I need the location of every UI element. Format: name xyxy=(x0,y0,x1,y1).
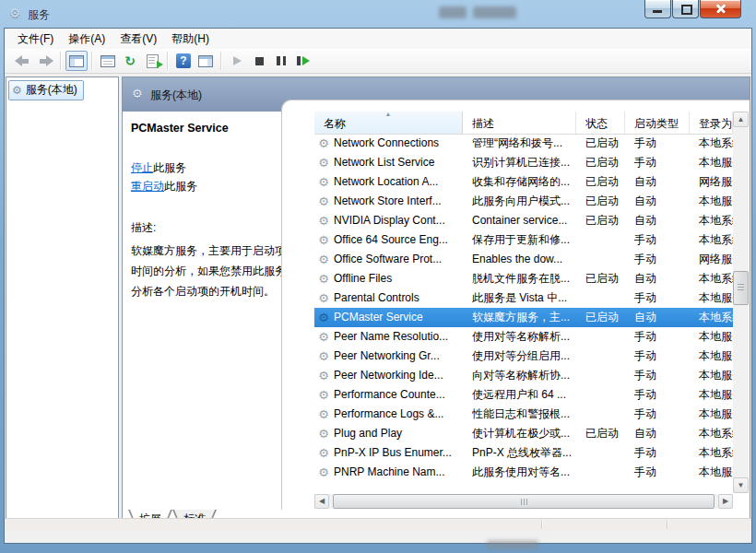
cell-service-name: ⚙Peer Name Resolutio... xyxy=(314,327,463,347)
properties-button[interactable] xyxy=(97,51,119,71)
scroll-down-button[interactable]: ▼ xyxy=(733,477,749,493)
cell-logon-as: 本地系统 xyxy=(690,443,733,463)
close-button[interactable] xyxy=(700,0,741,18)
properties-icon xyxy=(100,55,115,67)
pane-header-title: 服务(本地) xyxy=(150,88,202,103)
table-row[interactable]: ⚙Plug and Play 使计算机在极少或... 已启动 自动 本地系统 xyxy=(314,424,733,443)
pause-service-button[interactable] xyxy=(270,51,292,71)
table-row[interactable]: ⚙PCMaster Service 软媒魔方服务，主... 已启动 自动 本地系… xyxy=(314,308,733,327)
cell-status: 已启动 xyxy=(576,134,625,153)
stop-service-button[interactable] xyxy=(248,51,270,71)
cell-service-name: ⚙Office 64 Source Eng... xyxy=(314,230,463,250)
vertical-scroll-thumb[interactable] xyxy=(733,271,749,305)
show-console-tree-button[interactable] xyxy=(65,51,88,71)
cell-description: 使用对等分组启用... xyxy=(463,347,576,366)
services-app-icon: ⚙ xyxy=(9,6,21,19)
column-header-name[interactable]: ▲ 名称 xyxy=(314,112,463,134)
cell-startup-type: 手动 xyxy=(625,366,690,385)
cell-service-name: ⚙PNRP Machine Nam... xyxy=(314,463,463,482)
titlebar[interactable]: ⚙ 服务 xyxy=(0,0,756,28)
scroll-left-button[interactable]: ◀ xyxy=(314,494,329,509)
scroll-up-button[interactable]: ▲ xyxy=(733,112,749,127)
menu-action[interactable]: 操作(A) xyxy=(61,29,112,50)
censored-watermark xyxy=(473,6,516,18)
tree-item-services-local[interactable]: ⚙ 服务(本地) xyxy=(8,80,84,100)
table-row[interactable]: ⚙Network Location A... 收集和存储网络的... 已启动 自… xyxy=(314,172,733,192)
service-gear-icon: ⚙ xyxy=(316,308,331,327)
help-icon: ? xyxy=(176,53,191,68)
stop-service-link[interactable]: 停止 xyxy=(131,161,153,174)
cell-description: 使用对等名称解析... xyxy=(463,327,576,347)
service-gear-icon: ⚙ xyxy=(316,288,331,308)
cell-logon-as: 本地系统 xyxy=(690,424,733,443)
service-gear-icon: ⚙ xyxy=(316,172,331,192)
table-row[interactable]: ⚙Performance Logs &... 性能日志和警报根... 手动 本地… xyxy=(314,405,733,424)
refresh-button[interactable]: ↻ xyxy=(119,51,141,71)
menu-view[interactable]: 查看(V) xyxy=(112,29,164,50)
menu-file[interactable]: 文件(F) xyxy=(10,29,61,50)
table-row[interactable]: ⚙Network List Service 识别计算机已连接... 已启动 手动… xyxy=(314,153,733,172)
cell-status xyxy=(576,288,625,308)
table-row[interactable]: ⚙Network Store Interf... 此服务向用户模式... 已启动… xyxy=(314,192,733,211)
menu-help[interactable]: 帮助(H) xyxy=(164,29,217,50)
main-area: ⚙ 服务(本地) ⚙ 服务(本地) PCMaster Service 停止此服务 xyxy=(5,74,751,531)
maximize-button[interactable] xyxy=(672,0,699,18)
column-header-description[interactable]: 描述 xyxy=(463,112,576,134)
table-row[interactable]: ⚙PNRP Machine Nam... 此服务使用对等名... 手动 本地服务 xyxy=(314,463,733,482)
show-action-pane-button[interactable] xyxy=(195,51,217,71)
cell-startup-type: 手动 xyxy=(625,250,690,269)
cell-status: 已启动 xyxy=(576,269,625,288)
cell-status: 已启动 xyxy=(576,308,625,327)
console-tree-panel: ⚙ 服务(本地) xyxy=(6,76,119,531)
cell-startup-type: 自动 xyxy=(625,172,690,192)
cell-startup-type: 手动 xyxy=(625,443,690,463)
cell-service-name: ⚙Network Connections xyxy=(314,134,463,153)
table-row[interactable]: ⚙Performance Counte... 使远程用户和 64 ... 手动 … xyxy=(314,385,733,405)
export-list-button[interactable] xyxy=(141,51,163,71)
table-row[interactable]: ⚙Peer Networking Gr... 使用对等分组启用... 手动 本地… xyxy=(314,347,733,366)
table-row[interactable]: ⚙Offline Files 脱机文件服务在脱... 已启动 自动 本地系统 xyxy=(314,269,733,288)
cell-startup-type: 手动 xyxy=(625,347,690,366)
table-row[interactable]: ⚙PnP-X IP Bus Enumer... PnP-X 总线枚举器... 手… xyxy=(314,443,733,463)
column-header-logon-as[interactable]: 登录为 xyxy=(690,112,733,134)
service-gear-icon: ⚙ xyxy=(316,443,331,463)
table-row[interactable]: ⚙Parental Controls 此服务是 Vista 中... 手动 本地… xyxy=(314,288,733,308)
back-button[interactable] xyxy=(12,51,34,71)
cell-startup-type: 手动 xyxy=(625,327,690,347)
column-header-status[interactable]: 状态 xyxy=(576,112,625,134)
cell-status xyxy=(576,463,625,482)
table-row[interactable]: ⚙Office Software Prot... Enables the dow… xyxy=(314,250,733,269)
start-service-button[interactable] xyxy=(226,51,248,71)
cell-description: 此服务向用户模式... xyxy=(463,192,576,211)
service-gear-icon: ⚙ xyxy=(316,269,331,288)
cell-startup-type: 手动 xyxy=(625,230,690,250)
table-row[interactable]: ⚙Office 64 Source Eng... 保存用于更新和修... 手动 … xyxy=(314,230,733,250)
table-row[interactable]: ⚙Peer Name Resolutio... 使用对等名称解析... 手动 本… xyxy=(314,327,733,347)
horizontal-scroll-thumb[interactable] xyxy=(333,494,715,509)
service-gear-icon: ⚙ xyxy=(316,327,331,347)
table-row[interactable]: ⚙Peer Networking Ide... 向对等名称解析协... 手动 本… xyxy=(314,366,733,385)
cell-service-name: ⚙Parental Controls xyxy=(314,288,463,308)
minimize-button[interactable] xyxy=(644,0,671,18)
restart-service-link[interactable]: 重启动 xyxy=(131,180,164,193)
cell-status xyxy=(576,366,625,385)
maximize-icon xyxy=(681,5,692,15)
cell-description: 收集和存储网络的... xyxy=(463,172,576,192)
toolbar-separator xyxy=(91,52,93,70)
scroll-right-button[interactable]: ▶ xyxy=(718,494,733,509)
table-row[interactable]: ⚙NVIDIA Display Cont... Container servic… xyxy=(314,211,733,230)
service-gear-icon: ⚙ xyxy=(316,230,331,250)
help-button[interactable]: ? xyxy=(172,51,195,71)
horizontal-scrollbar[interactable]: ◀ ▶ xyxy=(314,494,733,509)
cell-service-name: ⚙Network List Service xyxy=(314,153,463,172)
forward-button[interactable] xyxy=(34,51,56,71)
vertical-scrollbar[interactable]: ▲ ▼ xyxy=(733,112,749,493)
cell-service-name: ⚙NVIDIA Display Cont... xyxy=(314,211,463,230)
cell-logon-as: 网络服务 xyxy=(690,250,733,269)
cell-status xyxy=(576,230,625,250)
table-row[interactable]: ⚙Network Connections 管理“网络和拨号... 已启动 手动 … xyxy=(314,134,733,153)
restart-service-button[interactable] xyxy=(292,51,314,71)
service-gear-icon: ⚙ xyxy=(316,211,331,230)
service-gear-icon: ⚙ xyxy=(316,463,331,482)
column-header-startup-type[interactable]: 启动类型 xyxy=(625,112,690,134)
